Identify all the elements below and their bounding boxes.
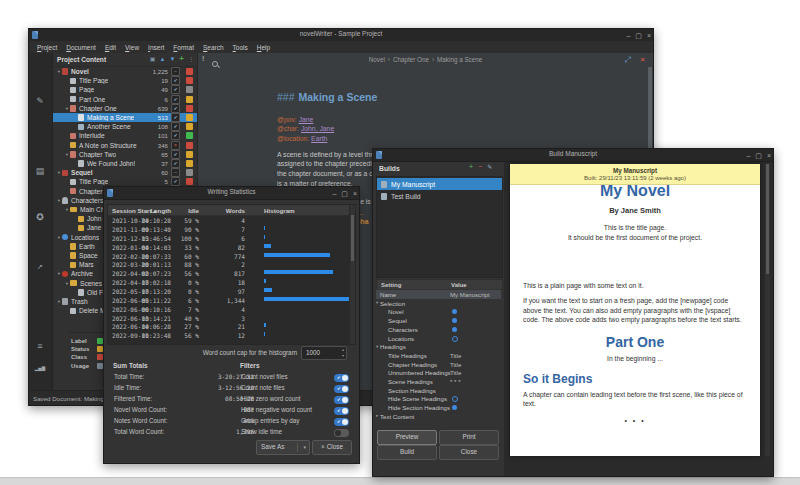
group-expander-icon[interactable]: ▸ [376,413,378,418]
active-checkbox[interactable]: ✔ [171,159,180,168]
add-build-icon[interactable]: + [469,163,473,170]
setting-unnumbered-headings[interactable]: Unnumbered HeadingsTitle [376,368,501,377]
column-header-length[interactable]: Length [150,207,171,214]
tree-item-novel[interactable]: ▾Novel1,225– [53,67,197,76]
setting-scene-headings[interactable]: Scene Headings* * * [376,377,501,386]
filter-toggle[interactable] [334,418,349,426]
close-button[interactable]: Close [439,445,499,460]
novel-view-icon[interactable]: ✪ [33,211,47,224]
preview-button[interactable]: Preview [377,430,437,445]
spinner-arrows-icon[interactable]: ▴▾ [342,347,344,359]
minimize-icon[interactable]: – [746,152,750,159]
build-item-my-manuscript[interactable]: My Manuscript [377,178,502,190]
session-row[interactable]: 2022-09-1100:23:4856 %12 [108,331,349,340]
tree-item-part-one[interactable]: Part One6✔ [53,95,197,104]
build-button[interactable]: Build [377,445,437,460]
tag-value-link[interactable]: John, Jane [301,125,334,132]
group-expander-icon[interactable]: ▾ [376,300,378,305]
sessions-table[interactable]: Session Start ▴LengthIdleWordsHistogram … [107,204,356,345]
setting-selection[interactable]: ▾Selection [376,299,501,308]
expand-editor-icon[interactable]: ⤢ [625,55,631,64]
column-header-histogram[interactable]: Histogram [264,207,295,214]
menu-view[interactable]: View [121,43,143,52]
tree-item-sequel[interactable]: ▾Sequel60– [53,168,197,177]
tree-item-making-a-scene[interactable]: Making a Scene513✔ [53,113,197,122]
setting-headings[interactable]: ▾Headings [376,342,501,351]
menu-help[interactable]: Help [253,43,274,52]
tree-item-we-found-john-[interactable]: We Found John!37✔ [53,159,197,168]
filter-toggle[interactable] [334,396,349,404]
add-icon[interactable]: + [179,55,184,64]
session-row[interactable]: 2022-05-1700:13:200 %97 [108,287,349,296]
session-row[interactable]: 2021-11-0900:13:4090 %7 [108,225,349,234]
active-checkbox[interactable]: ✔ [171,113,180,122]
bookmark-icon[interactable]: ▣ [150,55,156,64]
save-as-button[interactable]: Save As ▾ [256,440,310,455]
setting-sequel[interactable]: Sequel [376,316,501,325]
active-checkbox[interactable]: × [171,141,180,150]
export-icon[interactable]: ↗ [33,260,47,273]
stats-scrollbar[interactable] [350,205,355,344]
column-header-idle[interactable]: Idle [188,207,199,214]
sessions-table-header[interactable]: Session Start ▴LengthIdleWordsHistogram [108,205,349,216]
session-row[interactable]: 2022-06-0600:10:167 %4 [108,305,349,314]
session-row[interactable]: 2021-10-2400:10:2859 %4 [108,216,349,225]
group-expander-icon[interactable]: ▾ [376,344,378,349]
menu-icon[interactable]: ⋮ [188,55,194,64]
setting-novel[interactable]: Novel [376,307,501,316]
column-header-words[interactable]: Words [226,207,245,214]
close-icon[interactable]: × [647,32,651,39]
save-as-dropdown-icon[interactable]: ▾ [303,441,306,453]
tag-value-link[interactable]: Earth [311,135,327,142]
setting-name[interactable]: NameMy Manuscript [376,290,501,299]
setting-locations[interactable]: Locations [376,334,501,343]
setting-chapter-headings[interactable]: Chapter HeadingsTitle [376,360,501,369]
filter-toggle[interactable] [334,429,349,437]
filter-toggle[interactable] [334,385,349,393]
active-checkbox[interactable]: ✔ [171,104,180,113]
active-checkbox[interactable]: ✔ [171,131,180,140]
project-tree-icon[interactable]: ▤ [33,165,47,178]
stats-close-button[interactable]: ×Close [312,440,352,455]
setting-text-content[interactable]: ▸Text Content [376,412,501,421]
edit-document-icon[interactable]: ✎ [33,95,47,108]
breadcrumb-part[interactable]: Novel [369,56,385,63]
cap-spinner[interactable]: 1000 ▴▾ [301,346,347,360]
maximize-icon[interactable]: ▢ [341,190,348,197]
session-row[interactable]: 2022-06-1300:14:2140 %3 [108,313,349,322]
active-checkbox[interactable]: – [171,67,180,76]
session-row[interactable]: 2022-06-1400:06:2827 %21 [108,322,349,331]
stats-titlebar[interactable]: Writing Statistics –▢× [104,187,359,200]
tree-item-page[interactable]: Page49✔ [53,85,197,94]
active-checkbox[interactable]: – [171,168,180,177]
menu-edit[interactable]: Edit [101,43,120,52]
active-checkbox[interactable]: ✔ [171,122,180,131]
menu-format[interactable]: Format [169,43,198,52]
writing-stats-icon[interactable]: ▂▅▇ [33,362,47,375]
active-checkbox[interactable]: ✔ [171,85,180,94]
session-row[interactable]: 2022-03-2000:01:1388 %2 [108,260,349,269]
maximize-icon[interactable]: ▢ [635,32,642,39]
breadcrumb-part[interactable]: Making a Scene [437,56,482,63]
build-item-test-build[interactable]: Test Build [377,190,502,202]
setting-section-headings[interactable]: Section Headings [376,386,501,395]
session-row[interactable]: 2022-01-0400:14:0333 %82 [108,243,349,252]
close-document-icon[interactable]: × [640,55,645,64]
print-button[interactable]: Print [439,430,499,445]
session-row[interactable]: 2021-12-1503:46:54100 %6 [108,234,349,243]
tree-item-chapter-two[interactable]: ▾Chapter Two65✔ [53,150,197,159]
tree-item-title-page[interactable]: Title Page19✔ [53,76,197,85]
filter-toggle[interactable] [334,374,349,382]
menu-project[interactable]: Project [33,43,61,52]
tree-item-interlude[interactable]: Interlude101✔ [53,131,197,140]
tree-item-a-note-on-structure[interactable]: A Note on Structure346× [53,141,197,150]
outline-list-icon[interactable]: ≡ [33,340,47,353]
filter-toggle[interactable] [334,407,349,415]
menu-tools[interactable]: Tools [229,43,252,52]
setting-hide-section-headings[interactable]: Hide Section Headings [376,403,501,412]
active-checkbox[interactable]: ✔ [171,76,180,85]
active-checkbox[interactable]: ✔ [171,150,180,159]
session-row[interactable]: 2022-04-0200:07:2356 %817 [108,269,349,278]
setting-title-headings[interactable]: Title HeadingsTitle [376,351,501,360]
menu-insert[interactable]: Insert [144,43,168,52]
